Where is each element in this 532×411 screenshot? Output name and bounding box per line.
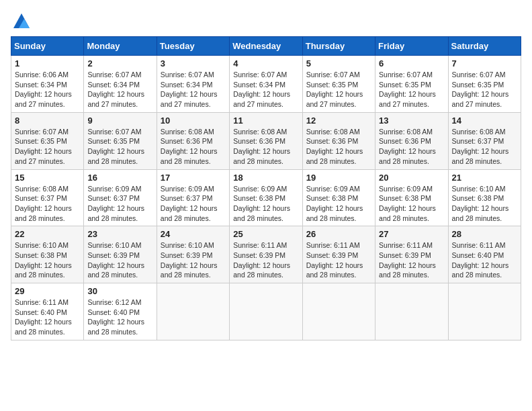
day-info: Sunrise: 6:07 AMSunset: 6:34 PMDaylight:… — [161, 71, 218, 108]
day-number: 9 — [87, 116, 152, 126]
calendar-day-cell: 28 Sunrise: 6:11 AMSunset: 6:40 PMDaylig… — [448, 226, 521, 283]
day-number: 18 — [233, 173, 298, 183]
calendar-week-row: 29 Sunrise: 6:11 AMSunset: 6:40 PMDaylig… — [11, 283, 521, 340]
day-info: Sunrise: 6:09 AMSunset: 6:38 PMDaylight:… — [379, 185, 436, 222]
calendar-weekday-header: Saturday — [448, 37, 521, 56]
logo — [11, 11, 31, 30]
calendar-day-cell: 25 Sunrise: 6:11 AMSunset: 6:39 PMDaylig… — [230, 226, 302, 283]
calendar-day-cell: 13 Sunrise: 6:08 AMSunset: 6:36 PMDaylig… — [375, 112, 448, 169]
calendar-week-row: 8 Sunrise: 6:07 AMSunset: 6:35 PMDayligh… — [11, 112, 521, 169]
day-number: 14 — [452, 116, 517, 126]
calendar-day-cell: 12 Sunrise: 6:08 AMSunset: 6:36 PMDaylig… — [302, 112, 375, 169]
calendar-day-cell: 10 Sunrise: 6:08 AMSunset: 6:36 PMDaylig… — [157, 112, 229, 169]
calendar-day-cell: 20 Sunrise: 6:09 AMSunset: 6:38 PMDaylig… — [375, 169, 448, 226]
calendar-day-cell: 9 Sunrise: 6:07 AMSunset: 6:35 PMDayligh… — [84, 112, 157, 169]
day-info: Sunrise: 6:09 AMSunset: 6:37 PMDaylight:… — [161, 185, 218, 222]
day-number: 6 — [379, 58, 444, 68]
calendar-day-cell: 24 Sunrise: 6:10 AMSunset: 6:39 PMDaylig… — [157, 226, 229, 283]
calendar-weekday-header: Sunday — [11, 37, 84, 56]
day-info: Sunrise: 6:11 AMSunset: 6:40 PMDaylight:… — [452, 241, 509, 279]
day-info: Sunrise: 6:09 AMSunset: 6:38 PMDaylight:… — [306, 185, 363, 222]
calendar-table: SundayMondayTuesdayWednesdayThursdayFrid… — [11, 36, 521, 340]
day-number: 25 — [233, 229, 298, 239]
calendar-day-cell: 3 Sunrise: 6:07 AMSunset: 6:34 PMDayligh… — [157, 56, 229, 113]
day-number: 23 — [87, 229, 152, 239]
day-number: 22 — [15, 229, 80, 239]
day-info: Sunrise: 6:09 AMSunset: 6:38 PMDaylight:… — [233, 185, 290, 222]
day-info: Sunrise: 6:08 AMSunset: 6:36 PMDaylight:… — [161, 128, 218, 165]
calendar-day-cell: 8 Sunrise: 6:07 AMSunset: 6:35 PMDayligh… — [11, 112, 84, 169]
calendar-week-row: 22 Sunrise: 6:10 AMSunset: 6:38 PMDaylig… — [11, 226, 521, 283]
day-number: 28 — [452, 229, 517, 239]
day-number: 3 — [161, 58, 226, 68]
day-info: Sunrise: 6:11 AMSunset: 6:39 PMDaylight:… — [233, 241, 290, 279]
day-info: Sunrise: 6:08 AMSunset: 6:37 PMDaylight:… — [15, 185, 72, 222]
day-info: Sunrise: 6:10 AMSunset: 6:39 PMDaylight:… — [87, 241, 144, 279]
day-info: Sunrise: 6:10 AMSunset: 6:38 PMDaylight:… — [15, 241, 72, 279]
day-info: Sunrise: 6:07 AMSunset: 6:34 PMDaylight:… — [87, 71, 144, 108]
day-info: Sunrise: 6:06 AMSunset: 6:34 PMDaylight:… — [15, 71, 72, 108]
calendar-day-cell: 2 Sunrise: 6:07 AMSunset: 6:34 PMDayligh… — [84, 56, 157, 113]
calendar-day-cell: 15 Sunrise: 6:08 AMSunset: 6:37 PMDaylig… — [11, 169, 84, 226]
calendar-day-cell: 21 Sunrise: 6:10 AMSunset: 6:38 PMDaylig… — [448, 169, 521, 226]
day-number: 21 — [452, 173, 517, 183]
day-info: Sunrise: 6:10 AMSunset: 6:38 PMDaylight:… — [452, 185, 509, 222]
day-info: Sunrise: 6:07 AMSunset: 6:35 PMDaylight:… — [306, 71, 363, 108]
calendar-week-row: 15 Sunrise: 6:08 AMSunset: 6:37 PMDaylig… — [11, 169, 521, 226]
day-number: 2 — [87, 58, 152, 68]
calendar-day-cell — [302, 283, 375, 340]
calendar-day-cell: 22 Sunrise: 6:10 AMSunset: 6:38 PMDaylig… — [11, 226, 84, 283]
day-number: 29 — [15, 286, 80, 296]
day-info: Sunrise: 6:07 AMSunset: 6:35 PMDaylight:… — [87, 128, 144, 165]
day-number: 8 — [15, 116, 80, 126]
day-info: Sunrise: 6:07 AMSunset: 6:35 PMDaylight:… — [452, 71, 509, 108]
day-number: 17 — [161, 173, 226, 183]
day-number: 13 — [379, 116, 444, 126]
day-number: 10 — [161, 116, 226, 126]
logo-icon — [12, 11, 31, 30]
calendar-weekday-header: Monday — [84, 37, 157, 56]
calendar-day-cell: 27 Sunrise: 6:11 AMSunset: 6:39 PMDaylig… — [375, 226, 448, 283]
calendar-day-cell — [157, 283, 229, 340]
day-info: Sunrise: 6:11 AMSunset: 6:39 PMDaylight:… — [306, 241, 363, 279]
day-info: Sunrise: 6:11 AMSunset: 6:39 PMDaylight:… — [379, 241, 436, 279]
calendar-day-cell — [230, 283, 302, 340]
day-number: 12 — [306, 116, 371, 126]
day-number: 27 — [379, 229, 444, 239]
day-number: 20 — [379, 173, 444, 183]
calendar-day-cell: 1 Sunrise: 6:06 AMSunset: 6:34 PMDayligh… — [11, 56, 84, 113]
calendar-day-cell: 7 Sunrise: 6:07 AMSunset: 6:35 PMDayligh… — [448, 56, 521, 113]
day-number: 1 — [15, 58, 80, 68]
day-info: Sunrise: 6:09 AMSunset: 6:37 PMDaylight:… — [87, 185, 144, 222]
calendar-weekday-header: Tuesday — [157, 37, 229, 56]
day-number: 5 — [306, 58, 371, 68]
calendar-weekday-header: Thursday — [302, 37, 375, 56]
calendar-day-cell: 5 Sunrise: 6:07 AMSunset: 6:35 PMDayligh… — [302, 56, 375, 113]
day-number: 15 — [15, 173, 80, 183]
day-number: 30 — [87, 286, 152, 296]
day-info: Sunrise: 6:11 AMSunset: 6:40 PMDaylight:… — [15, 298, 72, 336]
day-number: 16 — [87, 173, 152, 183]
day-info: Sunrise: 6:08 AMSunset: 6:36 PMDaylight:… — [306, 128, 363, 165]
calendar-header-row: SundayMondayTuesdayWednesdayThursdayFrid… — [11, 37, 521, 56]
day-number: 11 — [233, 116, 298, 126]
day-info: Sunrise: 6:12 AMSunset: 6:40 PMDaylight:… — [87, 298, 144, 336]
calendar-day-cell: 26 Sunrise: 6:11 AMSunset: 6:39 PMDaylig… — [302, 226, 375, 283]
day-number: 26 — [306, 229, 371, 239]
calendar-weekday-header: Wednesday — [230, 37, 302, 56]
calendar-day-cell: 11 Sunrise: 6:08 AMSunset: 6:36 PMDaylig… — [230, 112, 302, 169]
day-info: Sunrise: 6:08 AMSunset: 6:37 PMDaylight:… — [452, 128, 509, 165]
calendar-day-cell: 30 Sunrise: 6:12 AMSunset: 6:40 PMDaylig… — [84, 283, 157, 340]
calendar-day-cell: 23 Sunrise: 6:10 AMSunset: 6:39 PMDaylig… — [84, 226, 157, 283]
day-number: 24 — [161, 229, 226, 239]
calendar-week-row: 1 Sunrise: 6:06 AMSunset: 6:34 PMDayligh… — [11, 56, 521, 113]
day-info: Sunrise: 6:08 AMSunset: 6:36 PMDaylight:… — [233, 128, 290, 165]
day-number: 4 — [233, 58, 298, 68]
calendar-body: 1 Sunrise: 6:06 AMSunset: 6:34 PMDayligh… — [11, 56, 521, 340]
day-number: 19 — [306, 173, 371, 183]
day-info: Sunrise: 6:07 AMSunset: 6:35 PMDaylight:… — [379, 71, 436, 108]
calendar-weekday-header: Friday — [375, 37, 448, 56]
day-info: Sunrise: 6:07 AMSunset: 6:34 PMDaylight:… — [233, 71, 290, 108]
calendar-day-cell: 6 Sunrise: 6:07 AMSunset: 6:35 PMDayligh… — [375, 56, 448, 113]
day-info: Sunrise: 6:10 AMSunset: 6:39 PMDaylight:… — [161, 241, 218, 279]
